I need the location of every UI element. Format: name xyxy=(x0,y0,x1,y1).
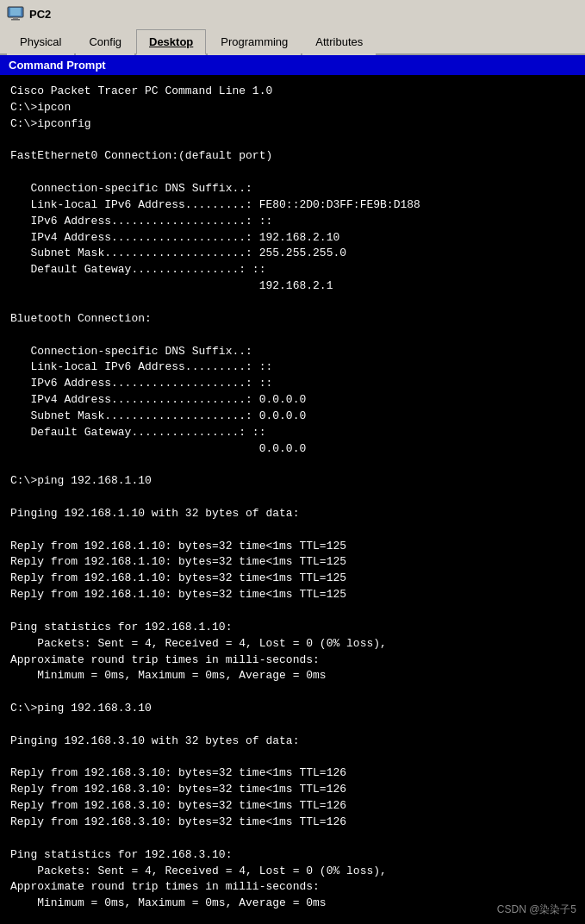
svg-rect-1 xyxy=(10,8,21,16)
tab-programming[interactable]: Programming xyxy=(208,29,301,55)
tab-desktop[interactable]: Desktop xyxy=(136,29,206,55)
title-bar: PC2 xyxy=(0,0,585,28)
terminal-container: Command Prompt Cisco Packet Tracer PC Co… xyxy=(0,55,585,924)
terminal[interactable]: Cisco Packet Tracer PC Command Line 1.0 … xyxy=(0,75,585,924)
svg-rect-2 xyxy=(13,17,18,19)
svg-rect-3 xyxy=(11,19,20,21)
tab-physical[interactable]: Physical xyxy=(7,29,74,55)
command-prompt-label: Command Prompt xyxy=(0,55,585,75)
watermark: CSDN @染染子5 xyxy=(497,902,576,917)
window: PC2 Physical Config Desktop Programming … xyxy=(0,0,585,924)
window-title: PC2 xyxy=(29,8,51,21)
tab-config[interactable]: Config xyxy=(76,29,134,55)
pc-icon xyxy=(7,5,24,22)
tab-attributes[interactable]: Attributes xyxy=(302,29,376,55)
tab-bar: Physical Config Desktop Programming Attr… xyxy=(0,28,585,55)
